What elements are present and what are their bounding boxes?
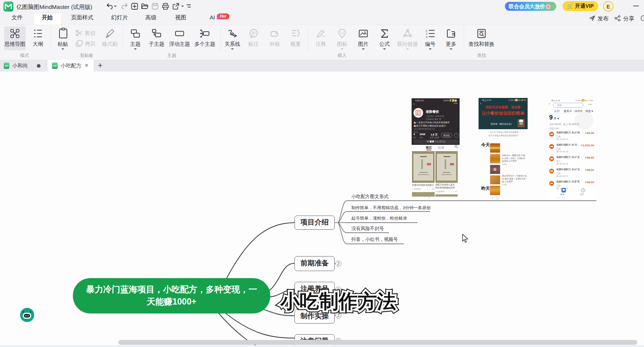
svg-text:小吃制作方法: 小吃制作方法 [280,290,396,312]
